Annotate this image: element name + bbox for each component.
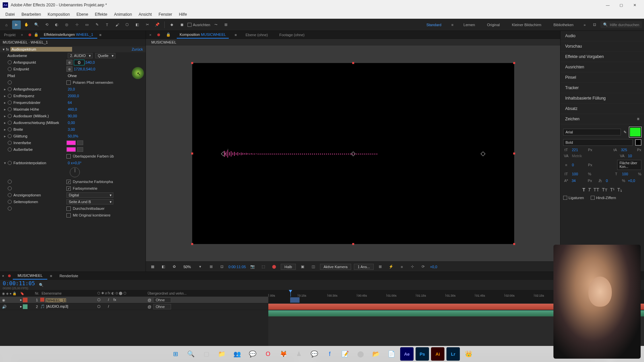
menu-hilfe[interactable]: Hilfe — [175, 11, 190, 18]
after-effects-icon[interactable]: Ae — [400, 347, 414, 361]
tab-footage[interactable]: Footage (ohne) — [277, 32, 307, 38]
stopwatch-icon[interactable] — [7, 60, 12, 65]
selection-handle[interactable] — [513, 243, 515, 245]
workspace-standard[interactable]: Standard — [421, 21, 447, 28]
comp-breadcrumb[interactable]: MUSICWHEEL — [146, 39, 560, 46]
panel-menu-icon[interactable]: ≡ — [97, 33, 103, 37]
roi-icon[interactable]: ▣ — [299, 263, 307, 271]
snapping-options-icon[interactable]: ⊞ — [222, 20, 230, 29]
workspace-bibliotheken[interactable]: Bibliotheken — [548, 21, 579, 28]
alpha-icon[interactable]: ▦ — [149, 263, 157, 271]
stopwatch-icon[interactable] — [7, 127, 12, 132]
italic-button[interactable]: T — [588, 187, 591, 192]
menu-ansicht[interactable]: Ansicht — [135, 11, 155, 18]
stopwatch-icon[interactable] — [7, 67, 12, 71]
menu-datei[interactable]: Datei — [2, 11, 18, 18]
notes-icon[interactable]: 📝 — [338, 347, 352, 361]
work-area-bar[interactable] — [290, 297, 300, 303]
channel-icon[interactable]: ⬤ — [270, 263, 278, 271]
font-size-value[interactable]: 221 — [572, 148, 585, 152]
layer-row-2[interactable]: 🔊 ▸ 2 🎵[AUDIO.mp3] ⬡/ @Ohne — [0, 303, 268, 310]
quelle-dropdown[interactable]: Quelle — [95, 53, 115, 58]
font-family-dropdown[interactable]: Arial — [563, 129, 621, 135]
aussenfarbe-swatch[interactable] — [66, 147, 76, 152]
shape-tool-icon[interactable]: ▭ — [83, 20, 91, 29]
layer-color-icon[interactable] — [23, 304, 28, 309]
panel-pinsel[interactable]: Pinsel — [560, 72, 644, 83]
effect-name[interactable]: Audiospektrum — [10, 47, 72, 52]
obs-icon[interactable]: ⬤ — [354, 347, 367, 361]
teams-icon[interactable]: 👥 — [230, 347, 244, 361]
close-button[interactable]: ✕ — [628, 0, 641, 10]
stopwatch-icon[interactable] — [7, 206, 12, 211]
tab-ebene[interactable]: Ebene (ohne) — [243, 32, 271, 38]
selection-handle[interactable] — [191, 153, 193, 155]
search-icon[interactable]: 🔍 — [39, 283, 44, 287]
illustrator-icon[interactable]: Ai — [431, 347, 444, 361]
tab-close-icon[interactable]: × — [19, 33, 24, 37]
stopwatch-icon[interactable] — [7, 80, 12, 85]
stopwatch-icon[interactable] — [7, 100, 12, 105]
menu-effekte[interactable]: Effekte — [92, 11, 111, 18]
hindi-value[interactable]: +0,0 — [628, 179, 641, 183]
sync-icon[interactable]: ⊡ — [590, 20, 599, 29]
fx-switch-icon[interactable]: fx — [113, 298, 118, 302]
hscale-value[interactable]: 100 — [622, 172, 635, 176]
layer-name[interactable]: [WHEEL_1] — [46, 298, 66, 302]
zoom-level[interactable]: 50% — [181, 264, 194, 269]
pickwhip-icon[interactable]: @ — [148, 305, 151, 309]
panel-menu-icon[interactable]: ≡ — [47, 274, 55, 278]
workspace-lernen[interactable]: Lernen — [458, 21, 480, 28]
parent-dropdown[interactable]: Ohne — [153, 304, 171, 309]
camera-tool-icon[interactable]: ◎ — [62, 20, 71, 29]
reset-link[interactable]: Zurück — [131, 47, 143, 51]
stopwatch-icon[interactable] — [7, 179, 12, 184]
switch-icon[interactable]: / — [108, 298, 112, 302]
orbit-tool-icon[interactable]: ⟲ — [42, 20, 51, 29]
panel-inhalt[interactable]: Inhaltsbasierte Füllung — [560, 93, 644, 104]
fast-preview-icon[interactable]: ⚡ — [387, 263, 395, 271]
panel-menu-icon[interactable]: ≡ — [235, 33, 237, 37]
mask-mode-icon[interactable]: ◆ — [167, 20, 176, 29]
bold-button[interactable]: T — [582, 187, 585, 192]
rotate-tool-icon[interactable]: ◐ — [52, 20, 61, 29]
pfad-value[interactable]: Ohne — [68, 74, 77, 78]
selection-handle[interactable] — [352, 243, 354, 245]
fill-stroke-dropdown[interactable]: Fläche über Kon... — [617, 160, 641, 170]
seiten-dropdown[interactable]: Seite A und B — [66, 199, 113, 204]
anchor-tool-icon[interactable]: ⊹ — [72, 20, 81, 29]
messenger-icon[interactable]: 💬 — [308, 347, 321, 361]
panel-menu-icon[interactable]: ≡ — [637, 117, 639, 121]
stopwatch-icon[interactable] — [7, 193, 12, 197]
tab-renderliste[interactable]: Renderliste — [55, 273, 83, 279]
subscript-button[interactable]: T₁ — [617, 187, 622, 192]
stopwatch-icon[interactable] — [7, 199, 12, 204]
panel-zeichen[interactable]: Zeichen≡ — [560, 114, 644, 124]
whatsapp-icon[interactable]: 💬 — [246, 347, 259, 361]
farbsymm-checkbox[interactable] — [66, 186, 71, 191]
text-tool-icon[interactable]: T — [103, 20, 111, 29]
maximize-button[interactable]: ▢ — [614, 0, 628, 10]
ligaturen-checkbox[interactable]: Ligaturen — [563, 196, 584, 200]
explorer-icon[interactable]: 📁 — [215, 347, 228, 361]
roto-tool-icon[interactable]: ✂ — [143, 20, 152, 29]
panel-vorschau[interactable]: Vorschau — [560, 41, 644, 52]
maxh-value[interactable]: 480,0 — [68, 107, 77, 111]
exposure-value[interactable]: +0,0 — [430, 265, 437, 269]
panel-absatz[interactable]: Absatz — [560, 104, 644, 114]
endpunkt-value[interactable]: 1728,0,540,0 — [74, 67, 95, 71]
menu-bearbeiten[interactable]: Bearbeiten — [18, 11, 44, 18]
tab-musicwheel[interactable]: MUSICWHEEL — [13, 272, 47, 280]
zoom-menu-icon[interactable]: ▾ — [196, 263, 204, 271]
menu-animation[interactable]: Animation — [111, 11, 135, 18]
breite-value[interactable]: 3,00 — [68, 127, 75, 131]
fx-enabled-icon[interactable]: fx — [6, 47, 9, 51]
search-help[interactable]: 🔍Hilfe durchsuchen — [600, 21, 642, 28]
menu-komposition[interactable]: Komposition — [44, 11, 73, 18]
tracking-value[interactable]: 10 — [628, 154, 641, 158]
grid-icon[interactable]: ⊡ — [218, 263, 226, 271]
lock-icon[interactable]: 🔒 — [166, 33, 171, 37]
freqbaender-value[interactable]: 64 — [68, 101, 72, 105]
composition-viewer[interactable] — [146, 46, 560, 261]
hand-tool-icon[interactable]: ✋ — [22, 20, 31, 29]
